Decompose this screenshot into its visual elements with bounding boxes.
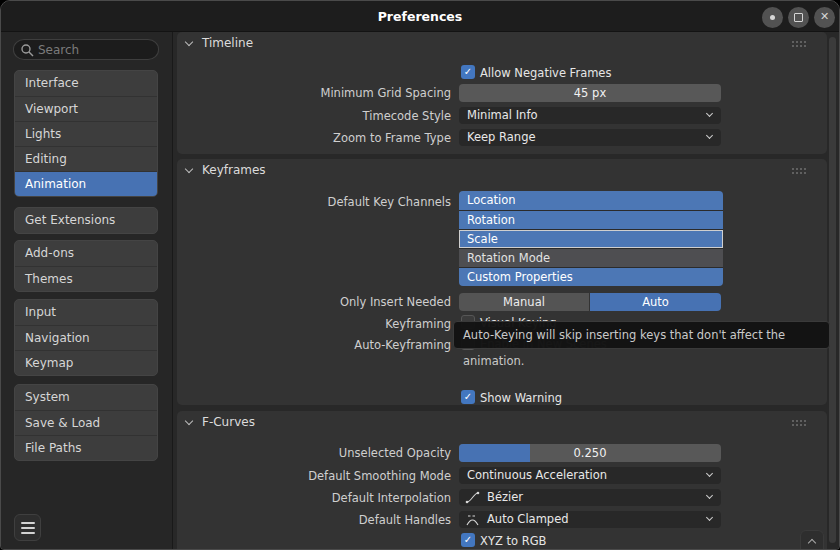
timecode-style-label: Timecode Style — [177, 109, 451, 123]
scroll-down-indicator[interactable] — [800, 530, 824, 550]
auto-clamped-icon — [465, 512, 480, 527]
timecode-style-value: Minimal Info — [467, 108, 537, 122]
sidebar-group-addons: Add-ons Themes — [14, 240, 158, 292]
timeline-title: Timeline — [202, 36, 253, 50]
panel-drag-handle[interactable] — [792, 420, 808, 428]
timecode-style-dropdown[interactable]: Minimal Info — [459, 107, 721, 124]
zoom-frame-type-value: Keep Range — [467, 130, 536, 144]
sidebar-item-system[interactable]: System — [15, 385, 157, 410]
sidebar-item-addons[interactable]: Add-ons — [15, 241, 157, 266]
minimize-icon — [770, 15, 775, 20]
sidebar-item-get-extensions[interactable]: Get Extensions — [15, 208, 157, 233]
minimize-button[interactable] — [762, 7, 783, 28]
sidebar-item-themes[interactable]: Themes — [15, 266, 157, 291]
sidebar-item-interface[interactable]: Interface — [15, 71, 157, 96]
handles-value: Auto Clamped — [487, 512, 569, 526]
chevron-down-icon — [706, 110, 713, 117]
sidebar-group-system: System Save & Load File Paths — [14, 384, 158, 461]
only-insert-needed-toggle: Manual Auto — [459, 293, 721, 311]
sidebar-item-lights[interactable]: Lights — [15, 121, 157, 146]
sidebar-item-animation[interactable]: Animation — [15, 171, 157, 196]
search-input[interactable] — [38, 40, 153, 59]
xyz-to-rgb-checkbox[interactable]: ✓ — [461, 533, 475, 547]
sidebar-item-save-load[interactable]: Save & Load — [15, 410, 157, 435]
zoom-frame-type-dropdown[interactable]: Keep Range — [459, 129, 721, 146]
channel-location[interactable]: Location — [459, 191, 723, 210]
channel-rotation[interactable]: Rotation — [459, 210, 723, 229]
interpolation-dropdown[interactable]: Bézier — [459, 489, 721, 506]
sidebar-group-extensions: Get Extensions — [14, 207, 158, 234]
bezier-curve-icon — [465, 490, 480, 505]
interpolation-value: Bézier — [487, 490, 523, 504]
panel-drag-handle[interactable] — [792, 41, 808, 49]
channel-custom-properties[interactable]: Custom Properties — [459, 267, 723, 286]
unselected-opacity-value: 0.250 — [459, 444, 721, 462]
chevron-down-icon — [706, 492, 713, 499]
only-insert-needed-label: Only Insert Needed — [177, 295, 451, 309]
sidebar-item-navigation[interactable]: Navigation — [15, 325, 157, 350]
interpolation-label: Default Interpolation — [177, 491, 451, 505]
main-region: Timeline ✓ Allow Negative Frames Minimum… — [173, 32, 839, 549]
allow-negative-frames-label: Allow Negative Frames — [480, 66, 611, 80]
channel-scale[interactable]: Scale — [459, 229, 723, 248]
xyz-to-rgb-label: XYZ to RGB — [480, 534, 546, 548]
panel-drag-handle[interactable] — [792, 168, 808, 176]
sidebar-item-viewport[interactable]: Viewport — [15, 96, 157, 121]
search-icon — [20, 43, 35, 58]
show-warning-label: Show Warning — [480, 391, 562, 405]
fcurves-header[interactable]: F-Curves — [177, 411, 255, 433]
smoothing-mode-dropdown[interactable]: Continuous Acceleration — [459, 467, 721, 484]
sidebar-item-input[interactable]: Input — [15, 300, 157, 325]
maximize-icon — [794, 13, 803, 22]
manual-button[interactable]: Manual — [459, 293, 589, 311]
chevron-down-icon — [706, 514, 713, 521]
keyframes-title: Keyframes — [202, 163, 266, 177]
show-warning-checkbox[interactable]: ✓ — [461, 390, 475, 404]
fcurves-panel: F-Curves Unselected Opacity 0.250 Defaul… — [177, 411, 827, 550]
chevron-down-icon — [185, 417, 193, 425]
sidebar-item-editing[interactable]: Editing — [15, 146, 157, 171]
unselected-opacity-label: Unselected Opacity — [177, 446, 451, 460]
search-box[interactable] — [13, 39, 159, 60]
preferences-window: Preferences ✕ Interface Viewport Lights … — [0, 0, 840, 550]
sidebar-group-input: Input Navigation Keymap — [14, 299, 158, 376]
chevron-down-icon — [706, 132, 713, 139]
sidebar-group-main: Interface Viewport Lights Editing Animat… — [14, 70, 158, 197]
scrollbar[interactable] — [829, 37, 836, 543]
timeline-panel: Timeline ✓ Allow Negative Frames Minimum… — [177, 32, 827, 154]
smoothing-mode-value: Continuous Acceleration — [467, 468, 607, 482]
close-icon: ✕ — [814, 7, 835, 28]
handles-label: Default Handles — [177, 513, 451, 527]
sidebar: Interface Viewport Lights Editing Animat… — [1, 32, 173, 549]
sidebar-item-keymap[interactable]: Keymap — [15, 350, 157, 375]
min-grid-spacing-field[interactable]: 45 px — [459, 84, 721, 102]
allow-negative-frames-checkbox[interactable]: ✓ — [461, 65, 475, 79]
sidebar-item-file-paths[interactable]: File Paths — [15, 435, 157, 460]
window-title: Preferences — [1, 1, 839, 32]
titlebar[interactable]: Preferences ✕ — [1, 1, 839, 32]
zoom-frame-type-label: Zoom to Frame Type — [177, 131, 451, 145]
default-key-channels-list: Location Rotation Scale Rotation Mode Cu… — [459, 191, 723, 286]
preferences-menu-button[interactable] — [14, 514, 41, 541]
unselected-opacity-slider[interactable]: 0.250 — [459, 444, 721, 462]
auto-keying-tooltip: Auto-Keying will skip inserting keys tha… — [453, 321, 830, 349]
chevron-down-icon — [185, 165, 193, 173]
min-grid-spacing-label: Minimum Grid Spacing — [177, 86, 451, 100]
maximize-button[interactable] — [788, 7, 809, 28]
smoothing-mode-label: Default Smoothing Mode — [177, 469, 451, 483]
timeline-header[interactable]: Timeline — [177, 32, 253, 54]
channel-rotation-mode[interactable]: Rotation Mode — [459, 248, 723, 267]
default-key-channels-label: Default Key Channels — [177, 195, 451, 209]
fcurves-title: F-Curves — [202, 415, 255, 429]
close-button[interactable]: ✕ — [814, 7, 835, 28]
chevron-down-icon — [706, 470, 713, 477]
handles-dropdown[interactable]: Auto Clamped — [459, 511, 721, 528]
keyframing-label: Keyframing — [177, 317, 451, 331]
auto-keyframing-label: Auto-Keyframing — [177, 338, 451, 352]
keyframes-header[interactable]: Keyframes — [177, 159, 266, 181]
chevron-up-icon — [808, 539, 816, 547]
chevron-down-icon — [185, 38, 193, 46]
auto-button[interactable]: Auto — [590, 293, 721, 311]
